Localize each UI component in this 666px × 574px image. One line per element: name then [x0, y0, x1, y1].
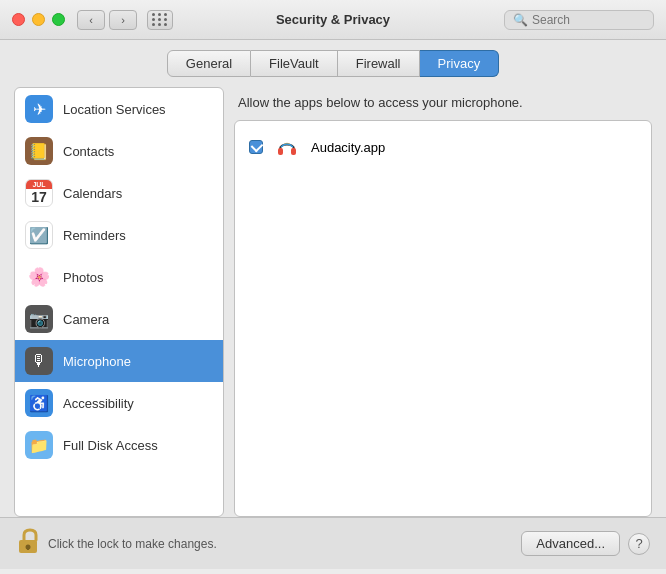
close-button[interactable]	[12, 13, 25, 26]
forward-button[interactable]: ›	[109, 10, 137, 30]
svg-rect-0	[273, 133, 301, 161]
back-button[interactable]: ‹	[77, 10, 105, 30]
sidebar-item-contacts[interactable]: 📒 Contacts	[15, 130, 223, 172]
search-bar[interactable]: 🔍	[504, 10, 654, 30]
search-input[interactable]	[532, 13, 642, 27]
advanced-button[interactable]: Advanced...	[521, 531, 620, 556]
sidebar: ✈ Location Services 📒 Contacts JUL 17 Ca…	[14, 87, 224, 517]
help-button[interactable]: ?	[628, 533, 650, 555]
window-title: Security & Privacy	[276, 12, 390, 27]
right-panel: Allow the apps below to access your micr…	[234, 87, 652, 517]
sidebar-item-fulldisk[interactable]: 📁 Full Disk Access	[15, 424, 223, 466]
sidebar-item-reminders[interactable]: ☑️ Reminders	[15, 214, 223, 256]
sidebar-item-calendars[interactable]: JUL 17 Calendars	[15, 172, 223, 214]
photos-icon: 🌸	[25, 263, 53, 291]
sidebar-item-accessibility[interactable]: ♿ Accessibility	[15, 382, 223, 424]
contacts-icon: 📒	[25, 137, 53, 165]
nav-buttons: ‹ ›	[77, 10, 137, 30]
lock-icon	[16, 527, 40, 561]
titlebar: ‹ › Security & Privacy 🔍	[0, 0, 666, 40]
panel-description: Allow the apps below to access your micr…	[234, 87, 652, 120]
svg-rect-1	[278, 148, 283, 155]
tabs-row: General FileVault Firewall Privacy	[0, 40, 666, 77]
sidebar-label-calendars: Calendars	[63, 186, 122, 201]
tab-privacy[interactable]: Privacy	[420, 50, 500, 77]
sidebar-label-reminders: Reminders	[63, 228, 126, 243]
app-checkbox-audacity[interactable]	[249, 140, 263, 154]
sidebar-item-camera[interactable]: 📷 Camera	[15, 298, 223, 340]
main-content: ✈ Location Services 📒 Contacts JUL 17 Ca…	[0, 77, 666, 517]
minimize-button[interactable]	[32, 13, 45, 26]
microphone-icon: 🎙	[25, 347, 53, 375]
sidebar-label-fulldisk: Full Disk Access	[63, 438, 158, 453]
tab-filevault[interactable]: FileVault	[251, 50, 338, 77]
fulldisk-icon: 📁	[25, 431, 53, 459]
location-icon: ✈	[25, 95, 53, 123]
maximize-button[interactable]	[52, 13, 65, 26]
app-name-audacity: Audacity.app	[311, 140, 385, 155]
tab-firewall[interactable]: Firewall	[338, 50, 420, 77]
sidebar-item-photos[interactable]: 🌸 Photos	[15, 256, 223, 298]
bottom-right: Advanced... ?	[521, 531, 650, 556]
window-controls	[12, 13, 65, 26]
bottom-bar: Click the lock to make changes. Advanced…	[0, 517, 666, 569]
apps-button[interactable]	[147, 10, 173, 30]
sidebar-label-photos: Photos	[63, 270, 103, 285]
svg-rect-5	[27, 547, 29, 550]
tab-general[interactable]: General	[167, 50, 251, 77]
search-icon: 🔍	[513, 13, 528, 27]
accessibility-icon: ♿	[25, 389, 53, 417]
sidebar-item-microphone[interactable]: 🎙 Microphone	[15, 340, 223, 382]
sidebar-label-camera: Camera	[63, 312, 109, 327]
app-list-box: Audacity.app	[234, 120, 652, 517]
sidebar-label-microphone: Microphone	[63, 354, 131, 369]
sidebar-item-location[interactable]: ✈ Location Services	[15, 88, 223, 130]
lock-label: Click the lock to make changes.	[48, 537, 217, 551]
svg-rect-2	[291, 148, 296, 155]
camera-icon: 📷	[25, 305, 53, 333]
table-row: Audacity.app	[241, 127, 645, 167]
lock-section[interactable]: Click the lock to make changes.	[16, 527, 217, 561]
sidebar-label-accessibility: Accessibility	[63, 396, 134, 411]
sidebar-label-contacts: Contacts	[63, 144, 114, 159]
sidebar-label-location: Location Services	[63, 102, 166, 117]
grid-icon	[152, 13, 168, 26]
calendars-icon: JUL 17	[25, 179, 53, 207]
reminders-icon: ☑️	[25, 221, 53, 249]
audacity-icon	[273, 133, 301, 161]
